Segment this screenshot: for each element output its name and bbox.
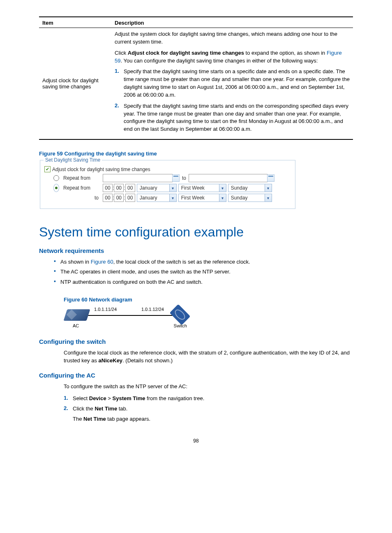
- figure-59-panel: Set Daylight Saving Time ✔ Adjust clock …: [40, 160, 295, 209]
- node-label: AC: [73, 323, 79, 328]
- repeat-once-radio[interactable]: [53, 175, 59, 181]
- day-select[interactable]: Sunday▾: [228, 184, 272, 192]
- cell-item: Adjust clock for daylight saving time ch…: [39, 28, 111, 140]
- list-item: •The AC operates in client mode, and use…: [54, 268, 353, 276]
- figure-caption: Figure 60 Network diagram: [64, 297, 353, 303]
- cell-desc: Adjust the system clock for daylight sav…: [111, 28, 353, 140]
- chevron-down-icon: ▾: [265, 194, 272, 202]
- steps-list: 1. Select Device > System Time from the …: [64, 395, 353, 423]
- figure-60-diagram: 1.0.1.11/24 1.0.1.12/24 AC Switch: [65, 306, 189, 331]
- chevron-down-icon: ▾: [219, 184, 226, 192]
- node-label: Switch: [174, 323, 187, 328]
- table-row: Adjust clock for daylight saving time ch…: [39, 28, 353, 140]
- list-item: •As shown in Figure 60, the local clock …: [54, 258, 353, 266]
- week-select[interactable]: First Week▾: [178, 194, 226, 202]
- ac-node-icon: [63, 309, 90, 321]
- start-date-input[interactable]: [103, 174, 173, 182]
- list-item: •NTP authentication is configured on bot…: [54, 278, 353, 286]
- description-table: Item Description Adjust clock for daylig…: [39, 18, 353, 140]
- bullet-icon: •: [54, 278, 60, 286]
- figure-60-link[interactable]: Figure 60: [91, 259, 113, 265]
- repeat-from-label: Repeat from: [61, 185, 103, 191]
- fieldset-legend: Set Daylight Saving Time: [44, 157, 102, 163]
- page-number: 98: [39, 438, 353, 444]
- hh-input[interactable]: 00: [103, 194, 113, 202]
- list-item: 1. Specify that the daylight saving time…: [115, 68, 350, 99]
- list-item: 2. Specify that the daylight saving time…: [115, 102, 350, 133]
- list-item: 2. Click the Net Time tab. The Net Time …: [64, 405, 353, 423]
- network-link-line: [78, 315, 175, 316]
- th-desc: Description: [111, 18, 353, 28]
- paragraph: Configure the local clock as the referen…: [64, 349, 353, 365]
- calendar-icon[interactable]: [172, 174, 180, 182]
- th-item: Item: [39, 18, 111, 28]
- calendar-icon[interactable]: [267, 174, 274, 182]
- mm-input[interactable]: 00: [114, 194, 124, 202]
- paragraph: To configure the switch as the NTP serve…: [64, 383, 353, 391]
- ss-input[interactable]: 00: [125, 194, 135, 202]
- month-select[interactable]: January▾: [137, 184, 177, 192]
- dst-checkbox-label: Adjust clock for daylight saving time ch…: [52, 167, 150, 172]
- subheading-configuring-switch: Configuring the switch: [39, 338, 353, 345]
- hh-input[interactable]: 00: [103, 184, 113, 192]
- subheading-network-requirements: Network requirements: [39, 247, 353, 254]
- requirements-list: •As shown in Figure 60, the local clock …: [39, 258, 353, 286]
- dst-checkbox[interactable]: ✔: [44, 166, 51, 172]
- chevron-down-icon: ▾: [169, 184, 176, 192]
- top-rule: [39, 16, 353, 17]
- figure-caption: Figure 59 Configuring the daylight savin…: [39, 151, 353, 157]
- end-date-input[interactable]: [189, 174, 267, 182]
- page-title: System time configuration example: [39, 225, 353, 240]
- desc-p1: Adjust the system clock for daylight sav…: [115, 30, 350, 46]
- ss-input[interactable]: 00: [125, 184, 135, 192]
- list-item: 1. Select Device > System Time from the …: [64, 395, 353, 403]
- chevron-down-icon: ▾: [169, 194, 176, 202]
- bullet-icon: •: [54, 268, 60, 276]
- day-select[interactable]: Sunday▾: [228, 194, 272, 202]
- ip-label: 1.0.1.11/24: [94, 307, 117, 312]
- to-label: to: [59, 195, 103, 201]
- chevron-down-icon: ▾: [265, 184, 272, 192]
- to-label: to: [180, 175, 189, 181]
- mm-input[interactable]: 00: [114, 184, 124, 192]
- switch-node-icon: [170, 304, 191, 325]
- chevron-down-icon: ▾: [219, 194, 226, 202]
- bullet-icon: •: [54, 258, 60, 266]
- ip-label: 1.0.1.12/24: [141, 307, 164, 312]
- month-select[interactable]: January▾: [137, 194, 177, 202]
- desc-p2: Click Adjust clock for daylight saving t…: [115, 49, 350, 65]
- repeat-yearly-radio[interactable]: [53, 184, 59, 192]
- repeat-from-label: Repeat from: [61, 175, 103, 181]
- week-select[interactable]: First Week▾: [178, 184, 226, 192]
- subheading-configuring-ac: Configuring the AC: [39, 372, 353, 379]
